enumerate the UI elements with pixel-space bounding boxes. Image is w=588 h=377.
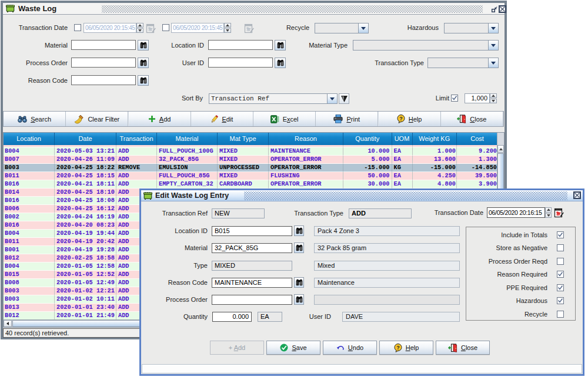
svg-text:?: ? [396, 344, 400, 350]
svg-text:?: ? [399, 116, 403, 122]
